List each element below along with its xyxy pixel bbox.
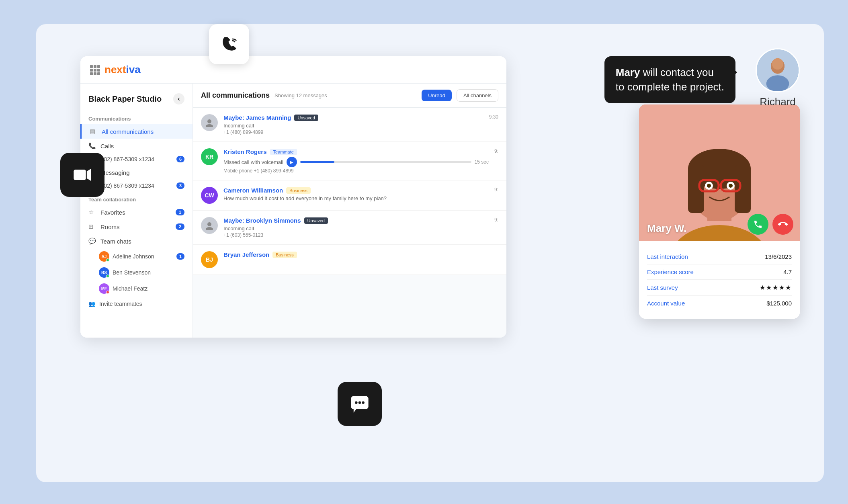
svg-point-29 xyxy=(707,184,711,188)
avatar-initials: MF xyxy=(101,287,107,291)
messaging-badge: 3 xyxy=(176,182,184,189)
app-body: Black Paper Studio ‹ Communications ▤ Al… xyxy=(80,84,506,338)
rooms-label: Rooms xyxy=(100,223,120,230)
app-window: nextiva Black Paper Studio ‹ Communicati… xyxy=(80,56,506,338)
message-item[interactable]: BJ Bryan Jefferson Business xyxy=(193,245,506,275)
chevron-icon: ‹ xyxy=(178,95,180,102)
play-button[interactable]: ▶ xyxy=(287,157,297,167)
message-body: Maybe: James Manning Unsaved Incoming ca… xyxy=(223,114,483,135)
message-sub: +1 (603) 555-0123 xyxy=(223,232,489,238)
all-channels-filter-button[interactable]: All channels xyxy=(457,89,498,102)
invite-icon: 👥 xyxy=(88,301,95,307)
sidebar-contact-ben[interactable]: BS Ben Stevenson xyxy=(80,264,193,281)
message-contact-name: Cameron Williamson xyxy=(223,187,283,194)
info-row-account-value: Account value $125,000 xyxy=(647,296,792,311)
experience-score-label: Experience score xyxy=(647,268,694,275)
favorites-icon: ☆ xyxy=(88,209,96,216)
message-header: Bryan Jefferson Business xyxy=(223,251,498,258)
contact-name: Michael Featz xyxy=(113,285,147,292)
message-list: Maybe: James Manning Unsaved Incoming ca… xyxy=(193,108,506,338)
message-header: Maybe: James Manning Unsaved xyxy=(223,114,483,121)
avatar: BS xyxy=(99,267,109,278)
message-time: 9: xyxy=(494,187,498,193)
message-text: How much would it cost to add everyone i… xyxy=(223,195,489,201)
svg-point-14 xyxy=(207,222,211,226)
sidebar: Black Paper Studio ‹ Communications ▤ Al… xyxy=(80,84,193,338)
content-title: All communications xyxy=(201,91,270,100)
calls-badge: 6 xyxy=(176,156,184,162)
message-sub: +1 (480) 899-4899 xyxy=(223,129,483,135)
avatar: MF xyxy=(99,283,109,294)
unread-filter-button[interactable]: Unread xyxy=(422,90,452,101)
message-time: 9:30 xyxy=(489,114,498,120)
message-body: Maybe: Brooklyn Simmons Unsaved Incoming… xyxy=(223,217,489,238)
svg-point-4 xyxy=(355,402,358,404)
avatar-initials: AJ xyxy=(102,254,107,259)
calls-number: (602) 867-5309 x1234 xyxy=(99,156,154,162)
message-contact-name: Maybe: James Manning xyxy=(223,114,291,121)
message-header: Cameron Williamson Business xyxy=(223,187,489,194)
main-container: Richard Mary will contact youto complete… xyxy=(36,24,824,482)
message-text: Missed call with voicemail xyxy=(223,159,283,165)
svg-point-12 xyxy=(207,119,211,123)
message-body: Cameron Williamson Business How much wou… xyxy=(223,187,489,201)
communications-label: Communications xyxy=(80,111,193,124)
favorites-badge: 1 xyxy=(176,209,184,215)
svg-point-13 xyxy=(206,124,213,127)
avatar: KR xyxy=(201,148,218,165)
sidebar-contact-adeline[interactable]: AJ Adeline Johnson 1 xyxy=(80,248,193,264)
sidebar-item-rooms[interactable]: ⊞ Rooms 2 xyxy=(80,219,193,234)
message-body: Bryan Jefferson Business xyxy=(223,251,498,260)
nextiva-logo: nextiva xyxy=(104,64,141,76)
sidebar-contact-michael[interactable]: MF Michael Featz xyxy=(80,281,193,297)
avatar xyxy=(201,217,218,234)
svg-point-15 xyxy=(206,227,213,230)
message-text: Incoming call xyxy=(223,225,489,232)
call-actions xyxy=(748,214,793,235)
chat-float-icon[interactable] xyxy=(338,382,382,426)
svg-rect-23 xyxy=(735,165,751,213)
phone-float-icon[interactable] xyxy=(209,24,249,64)
sidebar-invite-teammates[interactable]: 👥 Invite teammates xyxy=(80,297,193,311)
message-contact-name: Bryan Jefferson xyxy=(223,251,269,258)
content-subtitle: Showing 12 messages xyxy=(274,92,327,98)
message-time: 9: xyxy=(494,148,498,154)
svg-point-11 xyxy=(772,58,783,70)
contact-badge: 1 xyxy=(176,253,184,260)
video-float-icon[interactable] xyxy=(60,153,104,197)
message-item[interactable]: Maybe: Brooklyn Simmons Unsaved Incoming… xyxy=(193,211,506,245)
duration: 15 sec xyxy=(475,159,489,165)
team-chats-icon: 💬 xyxy=(88,238,96,245)
message-item[interactable]: CW Cameron Williamson Business How much … xyxy=(193,180,506,211)
invite-label: Invite teammates xyxy=(99,301,142,307)
all-comms-icon: ▤ xyxy=(90,128,98,135)
message-item[interactable]: Maybe: James Manning Unsaved Incoming ca… xyxy=(193,108,506,142)
content-header: All communications Showing 12 messages U… xyxy=(193,84,506,108)
messaging-label: Messaging xyxy=(100,169,130,176)
decline-call-button[interactable] xyxy=(772,214,793,235)
message-tag: Teammate xyxy=(270,149,297,155)
app-header: nextiva xyxy=(80,56,506,84)
last-interaction-label: Last interaction xyxy=(647,253,688,260)
experience-score-value: 4.7 xyxy=(783,268,792,275)
account-value-label: Account value xyxy=(647,300,685,307)
message-tag: Business xyxy=(286,187,311,194)
online-indicator xyxy=(106,275,109,278)
message-tag: Unsaved xyxy=(294,115,318,121)
avatar: AJ xyxy=(99,251,109,262)
team-chats-label: Team chats xyxy=(100,238,131,245)
sidebar-item-favorites[interactable]: ☆ Favorites 1 xyxy=(80,205,193,219)
sidebar-item-all-communications[interactable]: ▤ All communications xyxy=(80,124,193,139)
message-item[interactable]: KR Kristen Rogers Teammate Missed call w… xyxy=(193,142,506,180)
chevron-button[interactable]: ‹ xyxy=(173,93,184,104)
caller-name-overlay: Mary W. xyxy=(647,222,686,235)
avatar xyxy=(201,114,218,131)
message-text: Incoming call xyxy=(223,123,483,129)
sidebar-item-calls[interactable]: 📞 Calls xyxy=(80,139,193,153)
message-header: Maybe: Brooklyn Simmons Unsaved xyxy=(223,217,489,224)
avatar: CW xyxy=(201,187,218,204)
accept-call-button[interactable] xyxy=(748,214,768,235)
info-row-last-survey: Last survey ★★★★★ xyxy=(647,280,792,296)
svg-point-9 xyxy=(766,75,789,92)
svg-point-30 xyxy=(729,184,733,188)
